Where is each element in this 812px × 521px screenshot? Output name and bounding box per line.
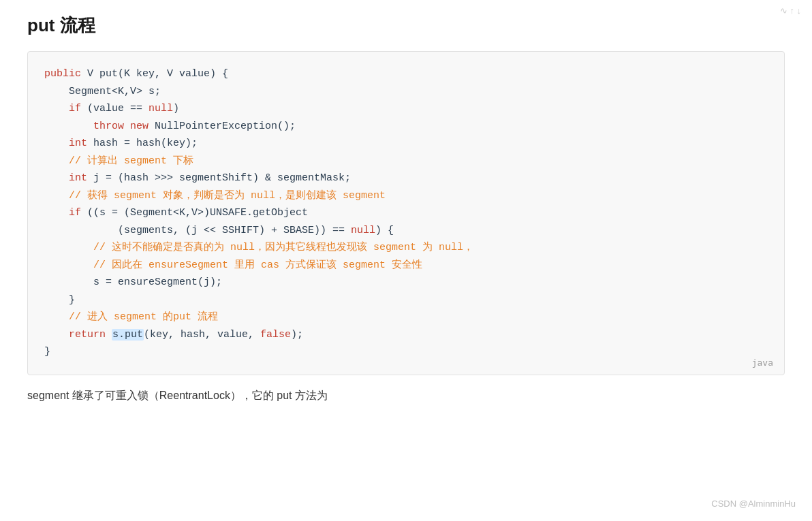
code-token: int: [69, 172, 87, 184]
code-line: Segment<K,V> s;: [44, 83, 768, 101]
code-token: throw: [93, 121, 124, 132]
code-token: [44, 242, 93, 253]
code-token: // 这时不能确定是否真的为 null，因为其它线程也发现该 segment 为…: [93, 242, 473, 253]
code-token: if: [69, 207, 81, 219]
code-line: // 因此在 ensureSegment 里用 cas 方式保证该 segmen…: [44, 257, 768, 274]
code-token: int: [69, 138, 87, 149]
code-token: hash = hash(key);: [87, 138, 198, 149]
code-token: [44, 121, 93, 132]
code-token: [44, 207, 69, 219]
code-token: // 因此在 ensureSegment 里用 cas 方式保证该 segmen…: [93, 259, 422, 271]
top-icons: ∿ ↑ ↓: [780, 5, 801, 16]
code-token: put: [99, 68, 118, 80]
code-line: public V put(K key, V value) {: [44, 65, 768, 83]
code-token: (value ==: [81, 103, 149, 114]
code-token: [44, 259, 93, 271]
code-line: if (value == null): [44, 100, 768, 118]
code-line: // 计算出 segment 下标: [44, 153, 768, 170]
code-token: ): [173, 103, 179, 114]
code-token: // 进入 segment 的put 流程: [69, 311, 218, 323]
code-token: [44, 190, 69, 202]
code-line: // 进入 segment 的put 流程: [44, 309, 768, 326]
code-line: }: [44, 343, 768, 361]
code-token: [44, 311, 69, 323]
code-token: [106, 329, 112, 341]
page-title: put 流程: [27, 14, 785, 37]
code-token: if: [69, 103, 81, 114]
csdn-watermark: CSDN @AlminminHu: [711, 499, 796, 509]
code-token: V: [81, 68, 99, 80]
code-token: );: [291, 329, 303, 341]
code-token: NullPointerException();: [149, 121, 296, 132]
code-token: // 计算出 segment 下标: [69, 155, 193, 167]
code-token: }: [44, 346, 50, 358]
lang-label: java: [752, 358, 773, 368]
code-token: s;: [142, 86, 161, 97]
code-token: }: [44, 294, 75, 306]
code-line: int j = (hash >>> segmentShift) & segmen…: [44, 170, 768, 187]
code-token: Segment: [44, 86, 112, 97]
code-token: return: [69, 329, 106, 341]
code-token: [44, 138, 69, 149]
code-token: (key, hash, value,: [144, 329, 260, 341]
code-container: public V put(K key, V value) { Segment<K…: [27, 51, 785, 375]
code-token: [124, 121, 130, 132]
code-line: throw new NullPointerException();: [44, 118, 768, 136]
code-token: // 获得 segment 对象，判断是否为 null，是则创建该 segmen…: [69, 190, 386, 202]
bottom-text: segment 继承了可重入锁（ReentrantLock），它的 put 方法…: [27, 389, 785, 403]
code-token: (segments, (j << SSHIFT) + SBASE)) ==: [44, 225, 351, 236]
code-token: null: [351, 225, 375, 236]
code-line: s = ensureSegment(j);: [44, 274, 768, 291]
code-token: [44, 329, 69, 341]
code-token: s = ensureSegment(j);: [44, 277, 222, 288]
code-token: [44, 172, 69, 184]
code-line: int hash = hash(key);: [44, 135, 768, 153]
code-token: j = (hash >>> segmentShift) & segmentMas…: [87, 172, 351, 184]
code-token: ((s = (Segment<K,V>)UNSAFE.getObject: [81, 207, 308, 219]
code-token: [44, 155, 69, 167]
code-line: // 这时不能确定是否真的为 null，因为其它线程也发现该 segment 为…: [44, 239, 768, 257]
code-token: ) {: [375, 225, 394, 236]
code-line: return s.put(key, hash, value, false);: [44, 326, 768, 344]
code-line: if ((s = (Segment<K,V>)UNSAFE.getObject: [44, 204, 768, 222]
code-token: new: [130, 121, 149, 132]
code-token: false: [260, 329, 291, 341]
code-token: [44, 103, 69, 114]
code-token: <K,V>: [112, 86, 142, 97]
code-token: null: [149, 103, 173, 114]
highlighted-code: s.put: [112, 329, 144, 341]
code-line: }: [44, 291, 768, 309]
code-line: (segments, (j << SSHIFT) + SBASE)) == nu…: [44, 222, 768, 240]
code-block: public V put(K key, V value) { Segment<K…: [44, 65, 768, 361]
code-token: (K key, V value) {: [118, 68, 228, 80]
code-token: public: [44, 68, 81, 80]
code-line: // 获得 segment 对象，判断是否为 null，是则创建该 segmen…: [44, 187, 768, 205]
